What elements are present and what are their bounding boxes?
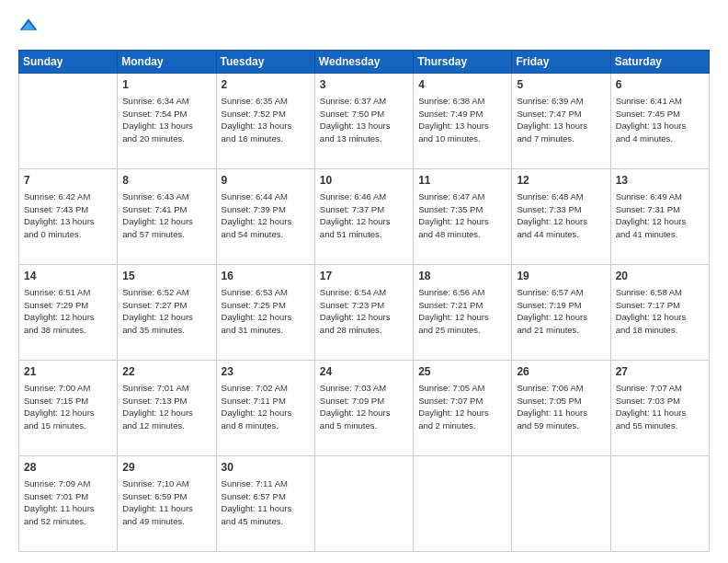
- weekday-header-saturday: Saturday: [610, 51, 709, 74]
- day-info: Sunrise: 7:11 AMSunset: 6:57 PMDaylight:…: [222, 477, 310, 528]
- day-number: 25: [418, 364, 506, 380]
- calendar-cell: 29Sunrise: 7:10 AMSunset: 6:59 PMDayligh…: [118, 456, 216, 552]
- day-number: 9: [222, 173, 310, 189]
- calendar-cell: 25Sunrise: 7:05 AMSunset: 7:07 PMDayligh…: [414, 361, 512, 456]
- calendar-week-3: 14Sunrise: 6:51 AMSunset: 7:29 PMDayligh…: [19, 265, 710, 361]
- calendar-cell: 27Sunrise: 7:07 AMSunset: 7:03 PMDayligh…: [610, 361, 709, 456]
- day-number: 4: [418, 77, 506, 93]
- day-info: Sunrise: 6:49 AMSunset: 7:31 PMDaylight:…: [616, 190, 704, 241]
- calendar-cell: 23Sunrise: 7:02 AMSunset: 7:11 PMDayligh…: [216, 361, 314, 456]
- weekday-header-tuesday: Tuesday: [216, 51, 314, 74]
- day-number: 24: [320, 364, 408, 380]
- calendar-cell: [610, 456, 709, 552]
- calendar-week-1: 1Sunrise: 6:34 AMSunset: 7:54 PMDaylight…: [19, 74, 710, 169]
- calendar-cell: 24Sunrise: 7:03 AMSunset: 7:09 PMDayligh…: [314, 361, 413, 456]
- calendar-cell: 30Sunrise: 7:11 AMSunset: 6:57 PMDayligh…: [216, 456, 314, 552]
- calendar-cell: [414, 456, 512, 552]
- day-info: Sunrise: 6:34 AMSunset: 7:54 PMDaylight:…: [122, 95, 210, 145]
- calendar-cell: 18Sunrise: 6:56 AMSunset: 7:21 PMDayligh…: [414, 265, 512, 361]
- calendar-cell: 11Sunrise: 6:47 AMSunset: 7:35 PMDayligh…: [414, 169, 512, 265]
- day-number: 8: [122, 173, 210, 189]
- calendar-cell: 14Sunrise: 6:51 AMSunset: 7:29 PMDayligh…: [19, 265, 118, 361]
- day-info: Sunrise: 7:10 AMSunset: 6:59 PMDaylight:…: [122, 477, 210, 528]
- weekday-header-row: SundayMondayTuesdayWednesdayThursdayFrid…: [19, 51, 710, 74]
- day-number: 14: [24, 269, 112, 284]
- calendar-week-4: 21Sunrise: 7:00 AMSunset: 7:15 PMDayligh…: [19, 361, 710, 456]
- day-number: 28: [24, 460, 112, 476]
- day-number: 27: [616, 364, 704, 380]
- day-info: Sunrise: 7:07 AMSunset: 7:03 PMDaylight:…: [616, 382, 704, 432]
- day-number: 19: [517, 269, 605, 284]
- day-number: 22: [122, 364, 210, 380]
- day-number: 18: [418, 269, 506, 284]
- day-info: Sunrise: 6:58 AMSunset: 7:17 PMDaylight:…: [616, 286, 704, 337]
- calendar-cell: 22Sunrise: 7:01 AMSunset: 7:13 PMDayligh…: [118, 361, 216, 456]
- day-info: Sunrise: 7:05 AMSunset: 7:07 PMDaylight:…: [418, 382, 506, 432]
- day-number: 26: [517, 364, 605, 380]
- calendar-cell: 1Sunrise: 6:34 AMSunset: 7:54 PMDaylight…: [118, 74, 216, 169]
- day-info: Sunrise: 6:41 AMSunset: 7:45 PMDaylight:…: [616, 95, 704, 145]
- day-info: Sunrise: 7:00 AMSunset: 7:15 PMDaylight:…: [24, 382, 112, 432]
- calendar-cell: 3Sunrise: 6:37 AMSunset: 7:50 PMDaylight…: [314, 74, 413, 169]
- weekday-header-wednesday: Wednesday: [314, 51, 413, 74]
- calendar-cell: 10Sunrise: 6:46 AMSunset: 7:37 PMDayligh…: [314, 169, 413, 265]
- day-info: Sunrise: 6:39 AMSunset: 7:47 PMDaylight:…: [517, 95, 605, 145]
- logo: [18, 15, 40, 40]
- day-info: Sunrise: 6:37 AMSunset: 7:50 PMDaylight:…: [320, 95, 408, 145]
- day-info: Sunrise: 7:01 AMSunset: 7:13 PMDaylight:…: [122, 382, 210, 432]
- day-info: Sunrise: 6:54 AMSunset: 7:23 PMDaylight:…: [320, 286, 408, 337]
- calendar-cell: [512, 456, 610, 552]
- day-number: 16: [222, 269, 310, 284]
- day-info: Sunrise: 6:52 AMSunset: 7:27 PMDaylight:…: [122, 286, 210, 337]
- page: SundayMondayTuesdayWednesdayThursdayFrid…: [0, 0, 728, 563]
- calendar-cell: 28Sunrise: 7:09 AMSunset: 7:01 PMDayligh…: [19, 456, 118, 552]
- day-number: 20: [616, 269, 704, 284]
- day-number: 21: [24, 364, 112, 380]
- day-info: Sunrise: 6:35 AMSunset: 7:52 PMDaylight:…: [222, 95, 310, 145]
- day-info: Sunrise: 6:43 AMSunset: 7:41 PMDaylight:…: [122, 190, 210, 241]
- day-number: 17: [320, 269, 408, 284]
- logo-icon: [18, 17, 39, 37]
- day-number: 11: [418, 173, 506, 189]
- calendar-week-2: 7Sunrise: 6:42 AMSunset: 7:43 PMDaylight…: [19, 169, 710, 265]
- day-number: 29: [122, 460, 210, 476]
- calendar-week-5: 28Sunrise: 7:09 AMSunset: 7:01 PMDayligh…: [19, 456, 710, 552]
- day-info: Sunrise: 7:09 AMSunset: 7:01 PMDaylight:…: [24, 477, 112, 528]
- calendar-cell: 4Sunrise: 6:38 AMSunset: 7:49 PMDaylight…: [414, 74, 512, 169]
- day-info: Sunrise: 7:03 AMSunset: 7:09 PMDaylight:…: [320, 382, 408, 432]
- calendar-cell: 17Sunrise: 6:54 AMSunset: 7:23 PMDayligh…: [314, 265, 413, 361]
- calendar-cell: [314, 456, 413, 552]
- calendar-cell: 15Sunrise: 6:52 AMSunset: 7:27 PMDayligh…: [118, 265, 216, 361]
- calendar-cell: 8Sunrise: 6:43 AMSunset: 7:41 PMDaylight…: [118, 169, 216, 265]
- calendar-cell: 20Sunrise: 6:58 AMSunset: 7:17 PMDayligh…: [610, 265, 709, 361]
- day-info: Sunrise: 6:44 AMSunset: 7:39 PMDaylight:…: [222, 190, 310, 241]
- calendar-cell: [19, 74, 118, 169]
- weekday-header-sunday: Sunday: [19, 51, 118, 74]
- calendar-cell: 9Sunrise: 6:44 AMSunset: 7:39 PMDaylight…: [216, 169, 314, 265]
- day-info: Sunrise: 6:38 AMSunset: 7:49 PMDaylight:…: [418, 95, 506, 145]
- day-info: Sunrise: 6:46 AMSunset: 7:37 PMDaylight:…: [320, 190, 408, 241]
- calendar-cell: 21Sunrise: 7:00 AMSunset: 7:15 PMDayligh…: [19, 361, 118, 456]
- day-info: Sunrise: 7:06 AMSunset: 7:05 PMDaylight:…: [517, 382, 605, 432]
- day-info: Sunrise: 6:42 AMSunset: 7:43 PMDaylight:…: [24, 190, 112, 241]
- calendar-cell: 26Sunrise: 7:06 AMSunset: 7:05 PMDayligh…: [512, 361, 610, 456]
- day-info: Sunrise: 6:57 AMSunset: 7:19 PMDaylight:…: [517, 286, 605, 337]
- day-info: Sunrise: 7:02 AMSunset: 7:11 PMDaylight:…: [222, 382, 310, 432]
- weekday-header-friday: Friday: [512, 51, 610, 74]
- day-number: 7: [24, 173, 112, 189]
- calendar-cell: 12Sunrise: 6:48 AMSunset: 7:33 PMDayligh…: [512, 169, 610, 265]
- day-number: 2: [222, 77, 310, 93]
- day-number: 5: [517, 77, 605, 93]
- day-number: 1: [122, 77, 210, 93]
- day-number: 6: [616, 77, 704, 93]
- calendar-cell: 13Sunrise: 6:49 AMSunset: 7:31 PMDayligh…: [610, 169, 709, 265]
- day-info: Sunrise: 6:48 AMSunset: 7:33 PMDaylight:…: [517, 190, 605, 241]
- day-info: Sunrise: 6:47 AMSunset: 7:35 PMDaylight:…: [418, 190, 506, 241]
- day-info: Sunrise: 6:51 AMSunset: 7:29 PMDaylight:…: [24, 286, 112, 337]
- day-number: 15: [122, 269, 210, 284]
- calendar-cell: 2Sunrise: 6:35 AMSunset: 7:52 PMDaylight…: [216, 74, 314, 169]
- header: [18, 15, 710, 40]
- calendar-table: SundayMondayTuesdayWednesdayThursdayFrid…: [18, 50, 710, 552]
- day-number: 23: [222, 364, 310, 380]
- calendar-cell: 19Sunrise: 6:57 AMSunset: 7:19 PMDayligh…: [512, 265, 610, 361]
